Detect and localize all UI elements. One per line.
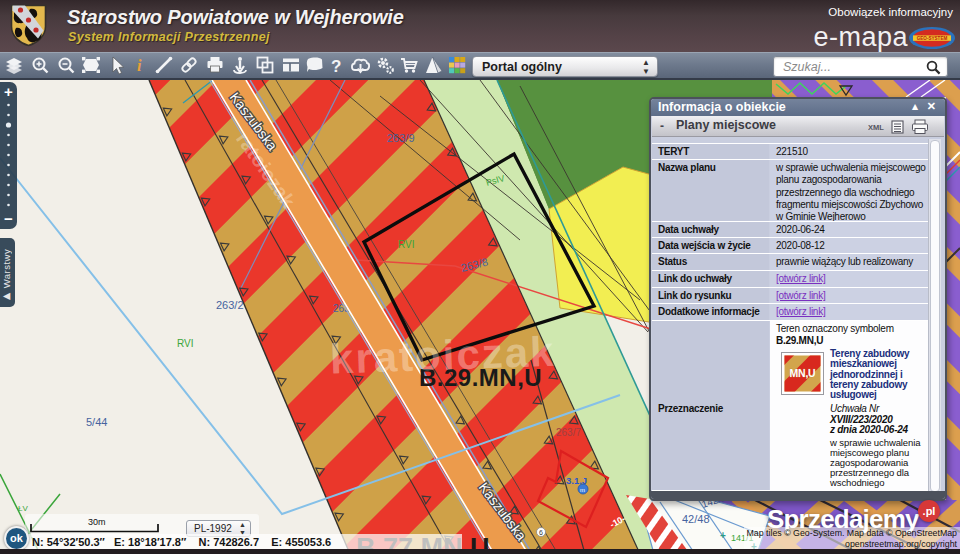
svg-text:MN,U: MN,U [790,367,816,379]
svg-text:m: m [580,487,585,493]
svg-text:263/7: 263/7 [556,427,581,438]
svg-text:263/9: 263/9 [387,132,415,144]
svg-text:263/2: 263/2 [216,299,244,311]
svg-text:RVI: RVI [177,338,194,349]
svg-text:GEO-SYSTEM: GEO-SYSTEM [917,36,948,41]
svg-text:6: 6 [539,529,543,536]
svg-text:30m: 30m [88,517,106,527]
svg-text:5/44: 5/44 [86,416,107,428]
svg-text:i: i [137,57,142,74]
svg-text:42/48: 42/48 [682,513,710,525]
svg-text:RVI: RVI [398,239,415,250]
svg-text:+: + [720,530,726,541]
svg-text:?: ? [331,57,341,76]
svg-text:ŁV: ŁV [18,504,28,513]
svg-text:XML: XML [868,123,884,132]
